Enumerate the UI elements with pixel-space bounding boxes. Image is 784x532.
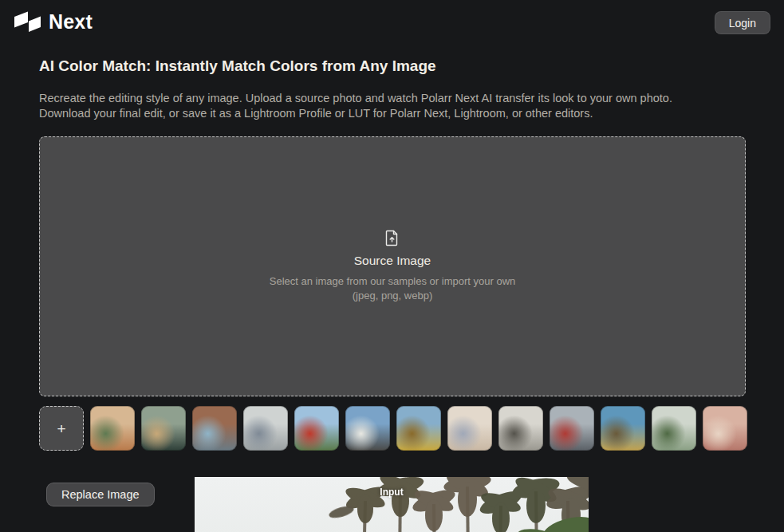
- input-photo-palm-trees: Input: [195, 477, 589, 532]
- source-image-dropzone[interactable]: Source Image Select an image from our sa…: [39, 136, 746, 396]
- dropzone-subtitle-line1: Select an image from our samples or impo…: [270, 274, 516, 289]
- sample-strip: +: [39, 406, 747, 451]
- brand-logo-icon: [13, 10, 41, 33]
- header: Next Login: [0, 0, 784, 45]
- sample-thumbnail-pale-plaza[interactable]: [447, 406, 492, 451]
- plus-icon: +: [57, 421, 65, 436]
- dropzone-content: Source Image Select an image from our sa…: [270, 230, 516, 303]
- page-description: Recreate the editing style of any image.…: [39, 91, 717, 121]
- sample-thumbnail-beach-market[interactable]: [90, 406, 135, 451]
- dropzone-subtitle: Select an image from our samples or impo…: [270, 274, 516, 303]
- replace-image-button[interactable]: Replace Image: [46, 483, 155, 506]
- dropzone-title: Source Image: [354, 254, 431, 268]
- sample-thumbnail-yellow-bridge[interactable]: [396, 406, 441, 451]
- palm-trees-graphic: [195, 477, 589, 532]
- sample-thumbnail-city-sidewalk[interactable]: [498, 406, 543, 451]
- sample-thumbnail-red-kites-sky[interactable]: [294, 406, 339, 451]
- sample-thumbnail-greenhouse[interactable]: [652, 406, 696, 451]
- brand: Next: [13, 10, 93, 33]
- sample-thumbnail-canal-street[interactable]: [141, 406, 186, 451]
- sample-thumbnail-crowd-clouds[interactable]: [345, 406, 390, 451]
- sample-thumbnail-balloon-wall[interactable]: [192, 406, 237, 451]
- page-title: AI Color Match: Instantly Match Colors f…: [39, 57, 436, 75]
- sample-thumbnail-harbor-cliff[interactable]: [243, 406, 288, 451]
- page: Next Login AI Color Match: Instantly Mat…: [0, 0, 784, 532]
- sample-thumbnail-red-facade[interactable]: [703, 406, 747, 451]
- dropzone-formats: (jpeg, png, webp): [270, 289, 516, 303]
- login-button[interactable]: Login: [715, 11, 770, 34]
- input-label: Input: [195, 487, 589, 498]
- sample-thumbnail-flag-street[interactable]: [550, 406, 594, 451]
- add-sample-button[interactable]: +: [39, 406, 84, 451]
- sample-thumbnail-coastal-garden[interactable]: [601, 406, 645, 451]
- workspace-section: Replace Image Input: [0, 477, 784, 532]
- brand-name: Next: [49, 10, 93, 33]
- file-upload-icon: [385, 230, 399, 250]
